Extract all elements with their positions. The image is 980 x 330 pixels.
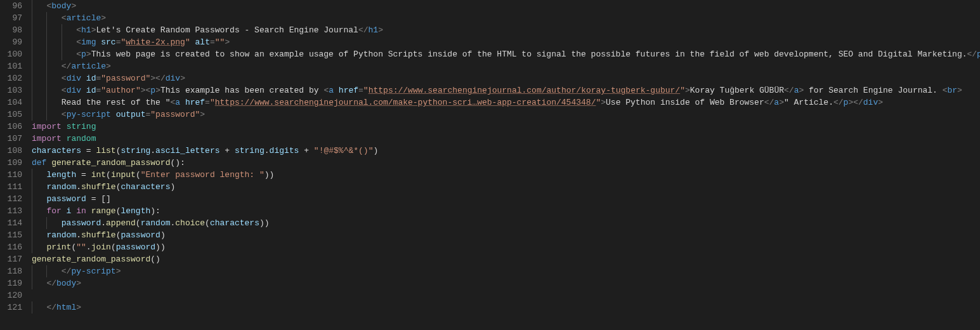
code-line[interactable]: </py-script> [32, 265, 980, 277]
line-number-gutter: 96 97 98 99 100 101 102 103 104 105 106 … [0, 0, 29, 314]
code-line[interactable]: </body> [32, 277, 980, 289]
line-number: 101 [0, 60, 22, 72]
line-number: 98 [0, 24, 22, 36]
code-line[interactable]: generate_random_password() [32, 253, 980, 265]
line-number: 105 [0, 109, 22, 121]
code-line[interactable]: <article> [32, 12, 980, 24]
line-number: 104 [0, 96, 22, 109]
line-number: 117 [0, 253, 22, 265]
line-number: 100 [0, 48, 22, 60]
code-line[interactable]: random.shuffle(characters) [32, 181, 980, 193]
code-line[interactable]: <img src="white-2x.png" alt=""> [32, 36, 980, 48]
line-number: 102 [0, 72, 22, 84]
code-line[interactable]: import string [32, 121, 980, 133]
code-content[interactable]: <body> <article> <h1>Let's Create Random… [29, 0, 980, 314]
code-line[interactable]: <div id="password"></div> [32, 72, 980, 84]
code-line[interactable]: print("".join(password)) [32, 241, 980, 253]
line-number: 108 [0, 145, 22, 157]
line-number: 97 [0, 12, 22, 24]
line-number: 119 [0, 277, 22, 289]
line-number: 106 [0, 121, 22, 133]
line-number: 110 [0, 169, 22, 181]
line-number: 96 [0, 0, 22, 12]
code-line[interactable]: <body> [32, 0, 980, 12]
line-number: 118 [0, 265, 22, 277]
code-line[interactable]: Read the rest of the "<a href="https://w… [32, 96, 980, 109]
code-line[interactable]: for i in range(length): [32, 205, 980, 217]
code-line[interactable]: password = [] [32, 193, 980, 205]
code-line[interactable]: <p>This web page is created to show an e… [32, 48, 980, 60]
line-number: 116 [0, 241, 22, 253]
line-number: 99 [0, 36, 22, 48]
code-line[interactable]: length = int(input("Enter password lengt… [32, 169, 980, 181]
code-line[interactable]: </article> [32, 60, 980, 72]
code-editor[interactable]: 96 97 98 99 100 101 102 103 104 105 106 … [0, 0, 980, 314]
code-line[interactable] [32, 289, 980, 301]
code-line[interactable]: characters = list(string.ascii_letters +… [32, 145, 980, 157]
line-number: 103 [0, 84, 22, 96]
code-line[interactable]: random.shuffle(password) [32, 229, 980, 241]
code-line[interactable]: <py-script output="password"> [32, 109, 980, 121]
code-line[interactable]: <h1>Let's Create Random Passwords - Sear… [32, 24, 980, 36]
line-number: 114 [0, 217, 22, 229]
line-number: 120 [0, 289, 22, 301]
line-number: 121 [0, 301, 22, 314]
line-number: 112 [0, 193, 22, 205]
line-number: 107 [0, 133, 22, 145]
line-number: 113 [0, 205, 22, 217]
code-line[interactable]: <div id="author"><p>This example has bee… [32, 84, 980, 96]
line-number: 109 [0, 157, 22, 169]
code-line[interactable]: password.append(random.choice(characters… [32, 217, 980, 229]
code-line[interactable]: import random [32, 133, 980, 145]
line-number: 115 [0, 229, 22, 241]
code-line[interactable]: </html> [32, 301, 980, 314]
line-number: 111 [0, 181, 22, 193]
code-line[interactable]: def generate_random_password(): [32, 157, 980, 169]
